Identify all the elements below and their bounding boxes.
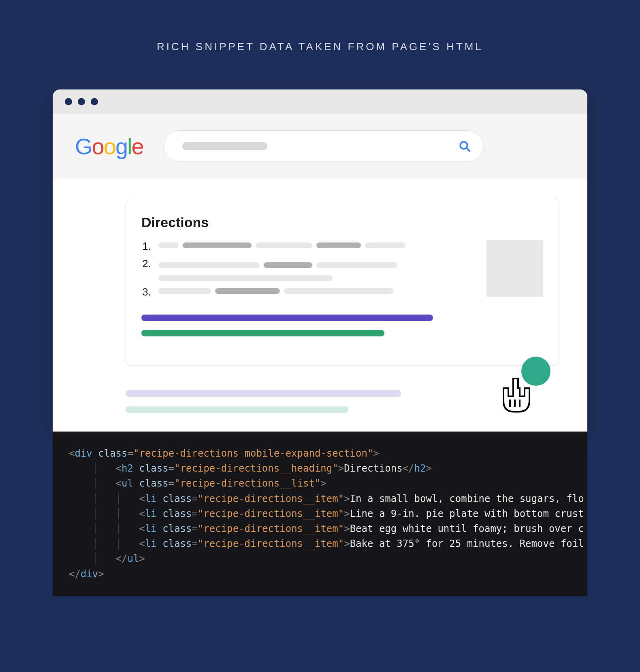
snippet-thumbnail xyxy=(486,240,543,297)
list-item: 1. xyxy=(141,240,475,253)
code-attr-value: recipe-directions mobile-expand-section xyxy=(139,448,367,459)
code-attr-value: recipe-directions__item xyxy=(203,493,338,504)
window-control-dot[interactable] xyxy=(65,98,72,105)
result-title-link[interactable] xyxy=(141,315,433,321)
code-attr-value: recipe-directions__item xyxy=(203,508,338,519)
result-title-link[interactable] xyxy=(126,390,401,397)
result-url xyxy=(141,330,384,336)
window-control-dot[interactable] xyxy=(91,98,98,105)
code-text: Line a 9-in. pie plate with bottom crust xyxy=(350,508,584,519)
logo-letter: l xyxy=(127,134,131,159)
directions-list: 1. 2. xyxy=(141,240,475,303)
list-number: 1. xyxy=(141,240,151,253)
code-attr-value: recipe-directions__heading xyxy=(180,463,333,474)
code-attr-value: recipe-directions__item xyxy=(203,538,338,549)
code-text: Beat egg white until foamy; brush over c xyxy=(350,523,584,534)
browser-header: Google xyxy=(53,114,587,179)
next-result xyxy=(126,390,559,413)
snippet-heading: Directions xyxy=(141,215,543,230)
code-attr-value: recipe-directions__list xyxy=(180,478,315,489)
logo-letter: g xyxy=(115,134,127,159)
page-title: RICH SNIPPET DATA TAKEN FROM PAGE'S HTML xyxy=(0,0,640,53)
window-control-dot[interactable] xyxy=(78,98,85,105)
code-text: Bake at 375° for 25 minutes. Remove foil xyxy=(350,538,584,549)
search-icon[interactable] xyxy=(458,140,471,153)
browser-window: Google Directions 1. xyxy=(53,89,587,432)
list-item: 3. xyxy=(141,286,475,298)
code-attr-value: recipe-directions__item xyxy=(203,523,338,534)
code-text: Directions xyxy=(344,463,403,474)
search-input[interactable] xyxy=(164,130,484,162)
list-number: 3. xyxy=(141,286,151,298)
list-number: 2. xyxy=(141,257,151,270)
cursor-pointer-icon xyxy=(496,376,533,418)
result-url xyxy=(126,406,348,413)
logo-letter: e xyxy=(131,134,143,159)
list-item: 2. xyxy=(141,257,475,281)
google-logo: Google xyxy=(75,133,143,159)
svg-line-1 xyxy=(466,148,469,151)
search-placeholder xyxy=(182,142,267,150)
rich-snippet-card: Directions 1. 2. xyxy=(126,199,559,366)
code-panel: <div class="recipe-directions mobile-exp… xyxy=(53,432,587,596)
browser-body: Directions 1. 2. xyxy=(53,179,587,432)
result-link-bars xyxy=(141,315,543,336)
logo-letter: G xyxy=(75,134,92,159)
browser-titlebar xyxy=(53,89,587,114)
logo-letter: o xyxy=(104,134,115,159)
logo-letter: o xyxy=(92,134,104,159)
code-text: In a small bowl, combine the sugars, flo xyxy=(350,493,584,504)
